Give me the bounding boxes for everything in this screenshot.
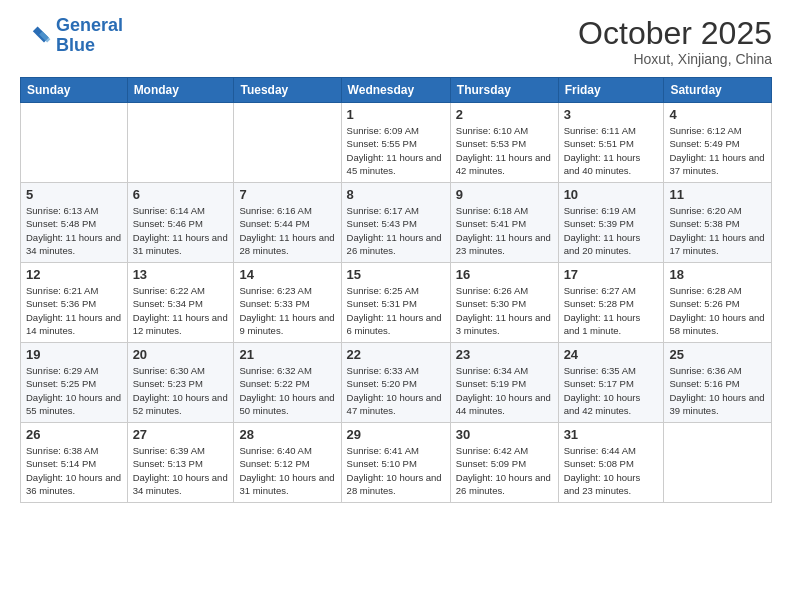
logo-line2: Blue	[56, 35, 95, 55]
day-info: Sunrise: 6:44 AM Sunset: 5:08 PM Dayligh…	[564, 444, 659, 497]
calendar-cell: 15Sunrise: 6:25 AM Sunset: 5:31 PM Dayli…	[341, 263, 450, 343]
calendar-cell: 13Sunrise: 6:22 AM Sunset: 5:34 PM Dayli…	[127, 263, 234, 343]
day-number: 5	[26, 187, 122, 202]
day-info: Sunrise: 6:33 AM Sunset: 5:20 PM Dayligh…	[347, 364, 445, 417]
calendar-cell: 27Sunrise: 6:39 AM Sunset: 5:13 PM Dayli…	[127, 423, 234, 503]
calendar-cell	[234, 103, 341, 183]
day-info: Sunrise: 6:42 AM Sunset: 5:09 PM Dayligh…	[456, 444, 553, 497]
calendar-cell: 8Sunrise: 6:17 AM Sunset: 5:43 PM Daylig…	[341, 183, 450, 263]
day-number: 2	[456, 107, 553, 122]
column-header-friday: Friday	[558, 78, 664, 103]
day-number: 6	[133, 187, 229, 202]
day-info: Sunrise: 6:09 AM Sunset: 5:55 PM Dayligh…	[347, 124, 445, 177]
day-info: Sunrise: 6:11 AM Sunset: 5:51 PM Dayligh…	[564, 124, 659, 177]
calendar-cell: 30Sunrise: 6:42 AM Sunset: 5:09 PM Dayli…	[450, 423, 558, 503]
calendar-cell: 28Sunrise: 6:40 AM Sunset: 5:12 PM Dayli…	[234, 423, 341, 503]
day-number: 18	[669, 267, 766, 282]
day-number: 20	[133, 347, 229, 362]
calendar-cell: 4Sunrise: 6:12 AM Sunset: 5:49 PM Daylig…	[664, 103, 772, 183]
day-number: 13	[133, 267, 229, 282]
day-info: Sunrise: 6:30 AM Sunset: 5:23 PM Dayligh…	[133, 364, 229, 417]
calendar-cell: 3Sunrise: 6:11 AM Sunset: 5:51 PM Daylig…	[558, 103, 664, 183]
day-number: 28	[239, 427, 335, 442]
calendar-cell: 14Sunrise: 6:23 AM Sunset: 5:33 PM Dayli…	[234, 263, 341, 343]
calendar-cell: 19Sunrise: 6:29 AM Sunset: 5:25 PM Dayli…	[21, 343, 128, 423]
day-info: Sunrise: 6:38 AM Sunset: 5:14 PM Dayligh…	[26, 444, 122, 497]
calendar-cell: 29Sunrise: 6:41 AM Sunset: 5:10 PM Dayli…	[341, 423, 450, 503]
day-info: Sunrise: 6:35 AM Sunset: 5:17 PM Dayligh…	[564, 364, 659, 417]
calendar: SundayMondayTuesdayWednesdayThursdayFrid…	[20, 77, 772, 503]
calendar-week-row: 26Sunrise: 6:38 AM Sunset: 5:14 PM Dayli…	[21, 423, 772, 503]
calendar-cell: 10Sunrise: 6:19 AM Sunset: 5:39 PM Dayli…	[558, 183, 664, 263]
day-number: 1	[347, 107, 445, 122]
calendar-cell: 21Sunrise: 6:32 AM Sunset: 5:22 PM Dayli…	[234, 343, 341, 423]
day-info: Sunrise: 6:27 AM Sunset: 5:28 PM Dayligh…	[564, 284, 659, 337]
day-info: Sunrise: 6:26 AM Sunset: 5:30 PM Dayligh…	[456, 284, 553, 337]
day-info: Sunrise: 6:13 AM Sunset: 5:48 PM Dayligh…	[26, 204, 122, 257]
month-title: October 2025	[578, 16, 772, 51]
calendar-cell: 23Sunrise: 6:34 AM Sunset: 5:19 PM Dayli…	[450, 343, 558, 423]
logo-icon	[20, 20, 52, 52]
calendar-cell: 6Sunrise: 6:14 AM Sunset: 5:46 PM Daylig…	[127, 183, 234, 263]
day-number: 31	[564, 427, 659, 442]
calendar-cell	[664, 423, 772, 503]
calendar-week-row: 19Sunrise: 6:29 AM Sunset: 5:25 PM Dayli…	[21, 343, 772, 423]
column-header-tuesday: Tuesday	[234, 78, 341, 103]
day-number: 16	[456, 267, 553, 282]
day-number: 3	[564, 107, 659, 122]
day-number: 11	[669, 187, 766, 202]
day-info: Sunrise: 6:41 AM Sunset: 5:10 PM Dayligh…	[347, 444, 445, 497]
day-info: Sunrise: 6:16 AM Sunset: 5:44 PM Dayligh…	[239, 204, 335, 257]
calendar-cell: 25Sunrise: 6:36 AM Sunset: 5:16 PM Dayli…	[664, 343, 772, 423]
day-number: 24	[564, 347, 659, 362]
calendar-cell: 20Sunrise: 6:30 AM Sunset: 5:23 PM Dayli…	[127, 343, 234, 423]
day-info: Sunrise: 6:12 AM Sunset: 5:49 PM Dayligh…	[669, 124, 766, 177]
calendar-cell: 17Sunrise: 6:27 AM Sunset: 5:28 PM Dayli…	[558, 263, 664, 343]
calendar-cell: 7Sunrise: 6:16 AM Sunset: 5:44 PM Daylig…	[234, 183, 341, 263]
column-header-thursday: Thursday	[450, 78, 558, 103]
day-info: Sunrise: 6:36 AM Sunset: 5:16 PM Dayligh…	[669, 364, 766, 417]
day-number: 22	[347, 347, 445, 362]
calendar-cell: 9Sunrise: 6:18 AM Sunset: 5:41 PM Daylig…	[450, 183, 558, 263]
day-number: 27	[133, 427, 229, 442]
day-info: Sunrise: 6:14 AM Sunset: 5:46 PM Dayligh…	[133, 204, 229, 257]
calendar-cell: 5Sunrise: 6:13 AM Sunset: 5:48 PM Daylig…	[21, 183, 128, 263]
day-number: 15	[347, 267, 445, 282]
day-info: Sunrise: 6:17 AM Sunset: 5:43 PM Dayligh…	[347, 204, 445, 257]
calendar-cell: 31Sunrise: 6:44 AM Sunset: 5:08 PM Dayli…	[558, 423, 664, 503]
day-number: 30	[456, 427, 553, 442]
day-number: 19	[26, 347, 122, 362]
day-info: Sunrise: 6:20 AM Sunset: 5:38 PM Dayligh…	[669, 204, 766, 257]
day-number: 4	[669, 107, 766, 122]
calendar-cell: 12Sunrise: 6:21 AM Sunset: 5:36 PM Dayli…	[21, 263, 128, 343]
day-info: Sunrise: 6:23 AM Sunset: 5:33 PM Dayligh…	[239, 284, 335, 337]
calendar-cell: 18Sunrise: 6:28 AM Sunset: 5:26 PM Dayli…	[664, 263, 772, 343]
day-number: 23	[456, 347, 553, 362]
day-info: Sunrise: 6:10 AM Sunset: 5:53 PM Dayligh…	[456, 124, 553, 177]
subtitle: Hoxut, Xinjiang, China	[578, 51, 772, 67]
calendar-cell: 2Sunrise: 6:10 AM Sunset: 5:53 PM Daylig…	[450, 103, 558, 183]
day-number: 10	[564, 187, 659, 202]
day-number: 8	[347, 187, 445, 202]
day-number: 25	[669, 347, 766, 362]
calendar-cell: 1Sunrise: 6:09 AM Sunset: 5:55 PM Daylig…	[341, 103, 450, 183]
day-number: 17	[564, 267, 659, 282]
page: General Blue October 2025 Hoxut, Xinjian…	[0, 0, 792, 612]
calendar-cell: 16Sunrise: 6:26 AM Sunset: 5:30 PM Dayli…	[450, 263, 558, 343]
day-info: Sunrise: 6:19 AM Sunset: 5:39 PM Dayligh…	[564, 204, 659, 257]
day-info: Sunrise: 6:29 AM Sunset: 5:25 PM Dayligh…	[26, 364, 122, 417]
day-number: 9	[456, 187, 553, 202]
day-info: Sunrise: 6:34 AM Sunset: 5:19 PM Dayligh…	[456, 364, 553, 417]
title-area: October 2025 Hoxut, Xinjiang, China	[578, 16, 772, 67]
calendar-cell	[127, 103, 234, 183]
calendar-week-row: 5Sunrise: 6:13 AM Sunset: 5:48 PM Daylig…	[21, 183, 772, 263]
day-info: Sunrise: 6:40 AM Sunset: 5:12 PM Dayligh…	[239, 444, 335, 497]
day-info: Sunrise: 6:32 AM Sunset: 5:22 PM Dayligh…	[239, 364, 335, 417]
calendar-cell: 11Sunrise: 6:20 AM Sunset: 5:38 PM Dayli…	[664, 183, 772, 263]
calendar-cell: 22Sunrise: 6:33 AM Sunset: 5:20 PM Dayli…	[341, 343, 450, 423]
day-number: 21	[239, 347, 335, 362]
column-header-saturday: Saturday	[664, 78, 772, 103]
day-info: Sunrise: 6:22 AM Sunset: 5:34 PM Dayligh…	[133, 284, 229, 337]
day-number: 12	[26, 267, 122, 282]
day-number: 29	[347, 427, 445, 442]
